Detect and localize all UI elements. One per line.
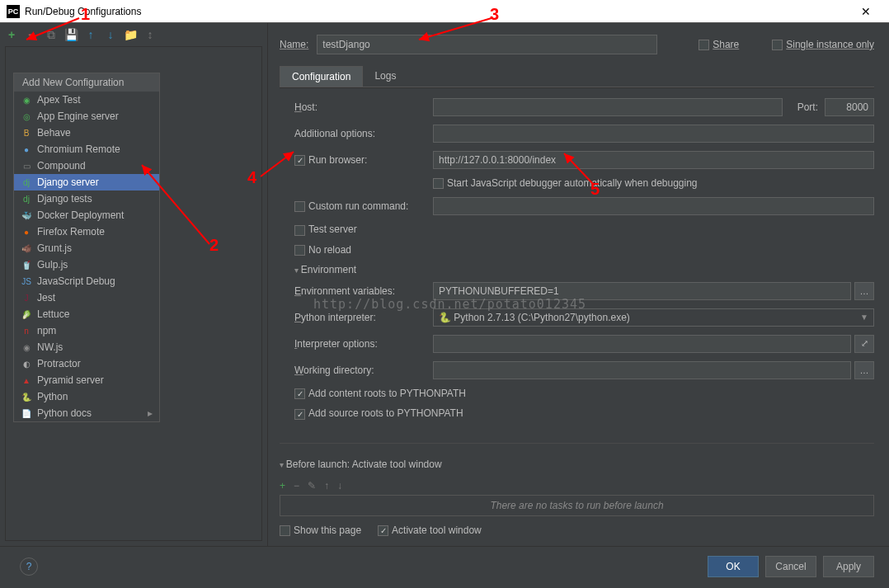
popup-item-label: Gulp.js xyxy=(37,259,68,270)
apply-button[interactable]: Apply xyxy=(823,556,874,577)
down-icon[interactable]: ↓ xyxy=(104,28,117,41)
host-input[interactable] xyxy=(433,98,783,116)
popup-item-gulp-js[interactable]: 🥤Gulp.js xyxy=(14,256,159,273)
app-icon: PC xyxy=(7,5,20,18)
popup-item-python[interactable]: 🐍Python xyxy=(14,388,159,405)
popup-item-docker-deployment[interactable]: 🐳Docker Deployment xyxy=(14,207,159,223)
env-vars-browse-button[interactable]: … xyxy=(854,282,874,300)
bl-remove-icon[interactable]: − xyxy=(294,480,299,492)
addl-options-label: Additional options: xyxy=(294,128,433,139)
bl-edit-icon[interactable]: ✎ xyxy=(308,480,316,492)
ok-button[interactable]: OK xyxy=(708,556,759,577)
config-type-icon: ◉ xyxy=(21,341,32,353)
popup-item-behave[interactable]: BBehave xyxy=(14,125,159,141)
before-launch-header[interactable]: Before launch: Activate tool window xyxy=(280,459,874,470)
popup-item-compound[interactable]: ▭Compound xyxy=(14,158,159,174)
popup-item-label: Chromium Remote xyxy=(37,143,120,155)
config-type-icon: ▭ xyxy=(21,160,32,172)
main-area: + − ⧉ 💾 ↑ ↓ 📁 ↕ Add New Configuration ◉A… xyxy=(0,23,889,546)
popup-header: Add New Configuration xyxy=(14,73,159,92)
add-icon[interactable]: + xyxy=(5,28,18,41)
sort-icon[interactable]: ↕ xyxy=(143,28,157,41)
popup-item-label: Docker Deployment xyxy=(37,209,124,221)
popup-item-javascript-debug[interactable]: JSJavaScript Debug xyxy=(14,273,159,289)
add-content-checkbox[interactable]: Add content roots to PYTHONPATH xyxy=(294,388,466,399)
interp-opts-expand-button[interactable]: ⤢ xyxy=(854,335,874,353)
popup-item-grunt-js[interactable]: 🐗Grunt.js xyxy=(14,240,159,256)
cancel-button[interactable]: Cancel xyxy=(765,556,816,577)
name-input[interactable] xyxy=(317,35,657,54)
add-config-popup: Add New Configuration ◉Apex Test◎App Eng… xyxy=(13,73,160,422)
env-vars-input[interactable] xyxy=(433,282,851,300)
popup-item-label: Django tests xyxy=(37,193,92,205)
chevron-down-icon: ▼ xyxy=(860,313,868,322)
single-instance-checkbox[interactable]: Single instance only xyxy=(772,39,874,50)
config-type-icon: 📄 xyxy=(21,407,32,419)
popup-item-protractor[interactable]: ◐Protractor xyxy=(14,355,159,372)
py-interp-dropdown[interactable]: 🐍 Python 2.7.13 (C:\Python27\python.exe)… xyxy=(433,308,874,327)
before-launch-toolbar: + − ✎ ↑ ↓ xyxy=(280,477,874,495)
start-js-checkbox[interactable]: Start JavaScript debugger automatically … xyxy=(433,177,698,189)
config-type-icon: 🐍 xyxy=(21,391,32,402)
custom-cmd-checkbox[interactable]: Custom run command: xyxy=(294,200,433,212)
popup-item-chromium-remote[interactable]: ●Chromium Remote xyxy=(14,141,159,158)
env-section-header[interactable]: Environment xyxy=(294,264,874,275)
popup-item-label: Jest xyxy=(37,292,55,303)
bl-down-icon[interactable]: ↓ xyxy=(337,480,342,492)
run-browser-input[interactable] xyxy=(433,151,874,169)
port-input[interactable] xyxy=(825,98,874,116)
bl-up-icon[interactable]: ↑ xyxy=(324,480,329,492)
test-server-checkbox[interactable]: Test server xyxy=(294,223,433,235)
chevron-right-icon: ▸ xyxy=(148,407,153,419)
popup-item-label: NW.js xyxy=(37,341,63,353)
env-vars-label: Environment variables: xyxy=(294,285,433,297)
config-type-icon: ◎ xyxy=(21,111,32,122)
up-icon[interactable]: ↑ xyxy=(84,28,97,41)
run-browser-checkbox[interactable]: Run browser: xyxy=(294,154,433,166)
left-panel: + − ⧉ 💾 ↑ ↓ 📁 ↕ Add New Configuration ◉A… xyxy=(0,23,268,546)
config-body: Host: Port: Additional options: Run brow… xyxy=(280,87,874,435)
popup-item-python-docs[interactable]: 📄Python docs▸ xyxy=(14,405,159,421)
tab-configuration[interactable]: Configuration xyxy=(280,66,363,87)
config-type-icon: JS xyxy=(21,275,32,287)
popup-item-label: Compound xyxy=(37,160,86,172)
popup-item-lettuce[interactable]: 🥬Lettuce xyxy=(14,306,159,322)
bl-add-icon[interactable]: + xyxy=(280,480,285,492)
interp-opts-input[interactable] xyxy=(433,335,851,353)
popup-item-firefox-remote[interactable]: ●Firefox Remote xyxy=(14,223,159,240)
close-icon[interactable]: ✕ xyxy=(849,5,882,18)
custom-cmd-input[interactable] xyxy=(433,197,874,215)
popup-item-nw-js[interactable]: ◉NW.js xyxy=(14,339,159,355)
popup-item-pyramid-server[interactable]: ▲Pyramid server xyxy=(14,372,159,388)
popup-item-label: App Engine server xyxy=(37,111,119,122)
popup-item-npm[interactable]: nnpm xyxy=(14,322,159,339)
window-title: Run/Debug Configurations xyxy=(25,6,849,17)
popup-item-apex-test[interactable]: ◉Apex Test xyxy=(14,92,159,108)
save-icon[interactable]: 💾 xyxy=(64,28,78,41)
popup-item-jest[interactable]: JJest xyxy=(14,289,159,306)
help-button[interactable]: ? xyxy=(20,557,38,576)
config-type-icon: dj xyxy=(21,176,32,188)
work-dir-input[interactable] xyxy=(433,361,851,379)
titlebar: PC Run/Debug Configurations ✕ xyxy=(0,0,889,23)
addl-options-input[interactable] xyxy=(433,125,874,143)
no-reload-checkbox[interactable]: No reload xyxy=(294,244,433,256)
popup-item-label: Firefox Remote xyxy=(37,226,105,238)
config-type-icon: dj xyxy=(21,193,32,205)
work-dir-browse-button[interactable]: … xyxy=(854,361,874,379)
popup-item-label: Python xyxy=(37,391,68,402)
activate-tool-checkbox[interactable]: Activate tool window xyxy=(378,524,482,536)
add-source-checkbox[interactable]: Add source roots to PYTHONPATH xyxy=(294,407,463,419)
copy-icon[interactable]: ⧉ xyxy=(45,28,58,41)
popup-item-django-tests[interactable]: djDjango tests xyxy=(14,191,159,207)
tab-logs[interactable]: Logs xyxy=(363,66,407,87)
folder-icon[interactable]: 📁 xyxy=(124,28,137,41)
remove-icon[interactable]: − xyxy=(25,28,38,41)
show-page-checkbox[interactable]: Show this page xyxy=(280,524,361,536)
popup-item-django-server[interactable]: djDjango server xyxy=(14,174,159,191)
popup-item-label: Apex Test xyxy=(37,94,80,106)
share-checkbox[interactable]: Share xyxy=(698,39,739,50)
popup-item-label: Behave xyxy=(37,127,71,139)
popup-item-label: Django server xyxy=(37,176,99,188)
popup-item-app-engine-server[interactable]: ◎App Engine server xyxy=(14,108,159,125)
